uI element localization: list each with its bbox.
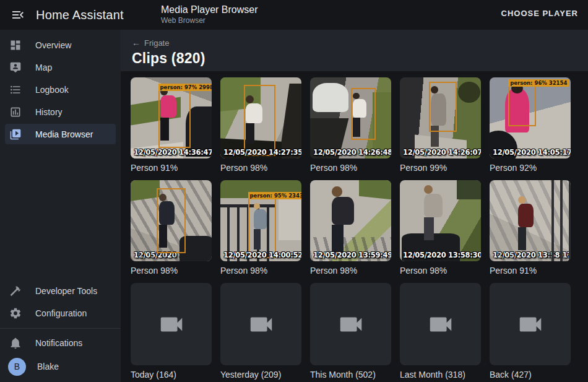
folder-tile-back[interactable]: Back (427): [490, 283, 571, 380]
clip-tile[interactable]: 12/05/2020 14:01:14 Person 98%: [131, 180, 212, 276]
folder-tile-today[interactable]: Today (164): [131, 283, 212, 380]
user-avatar: B: [8, 358, 26, 376]
page-subtitle: Web Browser: [161, 16, 258, 25]
clip-caption: Person 99%: [400, 163, 481, 173]
clip-thumbnail: 12/05/2020 14:01:14: [131, 180, 212, 261]
clip-timestamp: 12/05/2020 14:36:47: [134, 148, 212, 157]
clip-thumbnail: person: 97% 29988 12/05/2020 14:36:47: [131, 77, 212, 158]
clip-caption: Person 98%: [220, 163, 301, 173]
detection-bbox: [429, 82, 457, 132]
sidebar-item-label: Configuration: [35, 308, 87, 318]
clip-caption: Person 91%: [490, 266, 571, 276]
clip-caption: Person 98%: [400, 266, 481, 276]
clip-thumbnail: 12/05/2020 13:59:49: [310, 180, 391, 261]
sidebar-item-label: Notifications: [35, 338, 82, 348]
clip-timestamp: 12/05/2020 13:59:49: [313, 251, 391, 259]
clip-caption: Person 91%: [131, 163, 212, 173]
sidebar-item-label: Developer Tools: [35, 286, 97, 296]
page-title: Media Player Browser: [161, 4, 258, 15]
detection-bbox-label: person: 97% 29988: [158, 84, 212, 91]
sidebar-item-logbook[interactable]: Logbook: [5, 79, 116, 100]
sidebar-item-configuration[interactable]: Configuration: [5, 303, 116, 323]
clip-caption: Person 98%: [310, 163, 391, 173]
folder-tile-this-month[interactable]: This Month (502): [310, 283, 391, 380]
gear-icon: [9, 307, 22, 319]
sidebar-spacer: [0, 146, 121, 276]
sidebar-item-label: Overview: [35, 40, 71, 50]
sidebar-item-map[interactable]: Map: [5, 57, 116, 77]
media-browser-content: ← Frigate Clips (820) person: 97% 29988 …: [121, 30, 588, 382]
clips-grid: person: 97% 29988 12/05/2020 14:36:47 Pe…: [121, 71, 588, 380]
detection-bbox-label: person: 96% 32154: [508, 79, 569, 87]
choose-player-button[interactable]: CHOOSE PLAYER: [501, 9, 579, 18]
sidebar-item-history[interactable]: History: [5, 102, 116, 122]
folder-caption: Back (427): [490, 370, 571, 380]
folder-tile-last-month[interactable]: Last Month (318): [400, 283, 481, 380]
clip-tile[interactable]: person: 96% 32154 12/05/2020 14:05:17 Pe…: [490, 77, 571, 173]
sidebar-footer-list: Developer Tools Configuration Notificati…: [0, 276, 121, 382]
sidebar-item-overview[interactable]: Overview: [5, 35, 116, 55]
video-camera-icon: [337, 310, 365, 339]
folder-thumbnail: [131, 283, 212, 365]
detection-bbox: [244, 85, 275, 156]
folder-tile-yesterday[interactable]: Yesterday (209): [220, 283, 301, 380]
clip-timestamp: 12/05/2020 14:26:48: [313, 148, 391, 157]
clip-tile[interactable]: 12/05/2020 14:27:35 Person 98%: [220, 77, 301, 173]
sidebar-item-developer-tools[interactable]: Developer Tools: [5, 280, 116, 301]
bell-icon: [9, 337, 22, 349]
app-title: Home Assistant: [36, 8, 124, 22]
clip-thumbnail: person: 95% 23432 12/05/2020 14:00:52: [220, 180, 301, 261]
clip-timestamp: 12/05/2020 14:27:35: [223, 148, 301, 157]
user-name: Blake: [37, 362, 59, 371]
content-header: ← Frigate Clips (820): [121, 30, 588, 71]
clip-tile[interactable]: person: 95% 23432 12/05/2020 14:00:52 Pe…: [220, 180, 301, 276]
sidebar-item-notifications[interactable]: Notifications: [5, 332, 116, 353]
detection-bbox: [351, 88, 376, 140]
app-top-bar: Home Assistant Media Player Browser Web …: [0, 0, 588, 30]
folder-thumbnail: [310, 283, 391, 365]
sidebar-item-label: Map: [35, 63, 52, 72]
video-camera-icon: [426, 310, 455, 339]
sidebar-divider: [0, 328, 121, 329]
video-camera-icon: [247, 310, 275, 339]
folder-caption: This Month (502): [310, 370, 391, 380]
clip-thumbnail: person: 96% 32154 12/05/2020 14:05:17: [490, 77, 571, 158]
folder-thumbnail: [220, 283, 301, 365]
clip-tile[interactable]: 12/05/2020 14:26:07 Person 99%: [400, 77, 481, 173]
video-camera-icon: [516, 310, 545, 339]
sidebar-user-profile[interactable]: B Blake: [5, 355, 116, 378]
clip-caption: Person 98%: [131, 266, 212, 276]
clips-row-1: person: 97% 29988 12/05/2020 14:36:47 Pe…: [131, 77, 588, 173]
clip-caption: Person 92%: [490, 163, 571, 173]
folder-thumbnail: [400, 283, 481, 365]
clip-thumbnail: 12/05/2020 14:26:48: [310, 77, 391, 158]
clip-tile[interactable]: person: 97% 29988 12/05/2020 14:36:47 Pe…: [131, 77, 212, 173]
sidebar-item-label: Logbook: [35, 85, 69, 95]
clip-tile[interactable]: 12/05/2020 14:26:48 Person 98%: [310, 77, 391, 173]
clip-timestamp: 12/05/2020 13:58:30: [403, 251, 481, 259]
clip-tile[interactable]: 12/05/2020 13:58:17 Person 91%: [490, 180, 571, 276]
folders-row: Today (164) Yesterday (209) This Month (…: [131, 283, 588, 380]
detection-bbox: person: 95% 23432: [248, 198, 277, 258]
video-camera-icon: [157, 310, 186, 339]
folder-thumbnail: [490, 283, 571, 365]
breadcrumb-label: Frigate: [144, 38, 169, 48]
sidebar: Overview Map Logbook History Media Brows…: [0, 30, 121, 382]
clip-caption: Person 98%: [220, 266, 301, 276]
account-tooltip-icon: [9, 61, 22, 74]
folder-caption: Last Month (318): [400, 370, 481, 380]
sidebar-item-label: History: [35, 107, 63, 117]
clip-thumbnail: 12/05/2020 13:58:17: [490, 180, 571, 261]
clip-timestamp: 12/05/2020 14:26:07: [403, 148, 481, 157]
page-section-title: Clips (820): [132, 50, 588, 67]
clip-tile[interactable]: 12/05/2020 13:58:30 Person 98%: [400, 180, 481, 276]
chart-box-icon: [9, 106, 22, 118]
sidebar-item-media-browser[interactable]: Media Browser: [5, 124, 116, 144]
clips-row-2: 12/05/2020 14:01:14 Person 98% person: 9…: [131, 180, 588, 276]
sidebar-toggle-menu-icon[interactable]: [11, 7, 25, 22]
sidebar-item-label: Media Browser: [35, 129, 93, 139]
detection-bbox: person: 96% 32154: [508, 85, 536, 126]
breadcrumb-back-frigate[interactable]: ← Frigate: [132, 38, 175, 48]
clip-tile[interactable]: 12/05/2020 13:59:49 Person 98%: [310, 180, 391, 276]
clip-timestamp: 12/05/2020 14:00:52: [223, 251, 301, 259]
